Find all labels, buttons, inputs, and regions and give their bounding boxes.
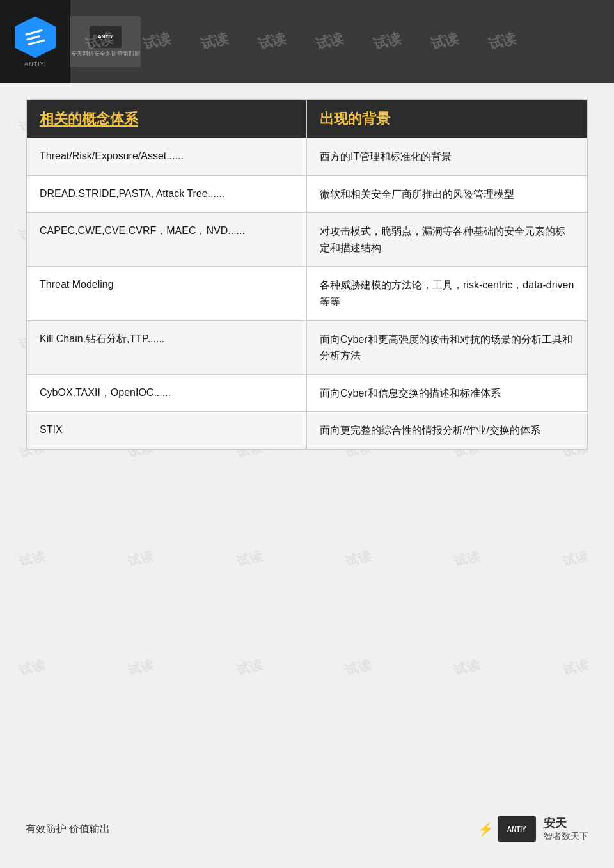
td-right-5: 面向Cyber和信息交换的描述和标准体系 (307, 375, 587, 412)
footer-right: ⚡ ANTIY | 安天 智者数天下 (478, 816, 588, 842)
td-right-4: 面向Cyber和更高强度的攻击和对抗的场景的分析工具和分析方法 (307, 321, 587, 374)
td-left-0: Threat/Risk/Exposure/Asset...... (27, 138, 307, 175)
footer-brand-sub: 智者数天下 (544, 831, 588, 842)
td-left-5: CybOX,TAXII，OpenIOC...... (27, 375, 307, 412)
td-left-4: Kill Chain,钻石分析,TTP...... (27, 321, 307, 374)
logo-line-3 (28, 39, 45, 45)
table-row: Kill Chain,钻石分析,TTP......面向Cyber和更高强度的攻击… (27, 320, 587, 374)
body-watermark-item: 试读 (17, 656, 47, 679)
header-watermark-item: 试读 (83, 29, 115, 54)
header-watermark-item: 试读 (141, 29, 173, 54)
td-left-1: DREAD,STRIDE,PASTA, Attack Tree...... (27, 176, 307, 213)
logo-lines (25, 29, 45, 45)
col-left-header: 相关的概念体系 (27, 100, 307, 138)
lightning-icon: ⚡ (478, 821, 494, 837)
table-row: DREAD,STRIDE,PASTA, Attack Tree......微软和… (27, 175, 587, 213)
body-watermark-item: 试读 (235, 656, 264, 679)
td-right-3: 各种威胁建模的方法论，工具，risk-centric，data-driven等等 (307, 267, 587, 320)
header: ANTIY. 试读试读试读试读试读试读试读试读 ANTIY 安天网络安全冬训营第… (0, 0, 614, 83)
header-watermark-item: 试读 (486, 29, 518, 54)
td-right-1: 微软和相关安全厂商所推出的风险管理模型 (307, 176, 587, 213)
footer: 有效防护 价值输出 ⚡ ANTIY | 安天 智者数天下 (26, 816, 588, 842)
body-watermark-item: 试读 (343, 656, 373, 679)
header-watermark-item: 试读 (371, 29, 403, 54)
header-watermarks: 试读试读试读试读试读试读试读试读 (70, 0, 531, 83)
logo-line-2 (26, 35, 40, 40)
header-watermark-item: 试读 (313, 29, 345, 54)
logo-area: ANTIY. (0, 0, 70, 83)
header-watermark-item: 试读 (429, 29, 460, 54)
body-watermark-item: 试读 (235, 547, 264, 570)
table-row: Threat/Risk/Exposure/Asset......西方的IT管理和… (27, 138, 587, 175)
body-watermark-item: 试读 (452, 656, 482, 679)
td-left-2: CAPEC,CWE,CVE,CVRF，MAEC，NVD...... (27, 213, 307, 266)
footer-brand-main: 安天 (544, 816, 567, 831)
table-body: Threat/Risk/Exposure/Asset......西方的IT管理和… (27, 138, 587, 449)
body-watermark-item: 试读 (561, 547, 590, 570)
body-watermark-item: 试读 (126, 656, 155, 679)
footer-logo: ANTIY (498, 816, 536, 842)
header-watermark-item: 试读 (256, 29, 288, 54)
main-content: 相关的概念体系 出现的背景 Threat/Risk/Exposure/Asset… (26, 99, 588, 450)
footer-logo-label: ANTIY (507, 826, 526, 833)
td-right-2: 对攻击模式，脆弱点，漏洞等各种基础的安全元素的标定和描述结构 (307, 213, 587, 266)
body-watermark-item: 试读 (561, 656, 590, 679)
td-left-6: STIX (27, 412, 307, 449)
logo-text: ANTIY. (24, 61, 46, 67)
table-row: CAPEC,CWE,CVE,CVRF，MAEC，NVD......对攻击模式，脆… (27, 212, 587, 266)
footer-brand: 安天 智者数天下 (544, 816, 588, 842)
body-watermark-item: 试读 (452, 547, 482, 570)
data-table: 相关的概念体系 出现的背景 Threat/Risk/Exposure/Asset… (26, 99, 588, 450)
logo-hexagon (15, 17, 56, 58)
body-watermark-item: 试读 (17, 547, 47, 570)
table-row: CybOX,TAXII，OpenIOC......面向Cyber和信息交换的描述… (27, 374, 587, 412)
td-right-6: 面向更完整的综合性的情报分析/作业/交换的体系 (307, 412, 587, 449)
table-row: Threat Modeling各种威胁建模的方法论，工具，risk-centri… (27, 266, 587, 320)
table-header: 相关的概念体系 出现的背景 (27, 100, 587, 138)
td-left-3: Threat Modeling (27, 267, 307, 320)
col-right-header: 出现的背景 (307, 100, 587, 138)
td-right-0: 西方的IT管理和标准化的背景 (307, 138, 587, 175)
body-watermark-item: 试读 (343, 547, 373, 570)
table-row: STIX面向更完整的综合性的情报分析/作业/交换的体系 (27, 411, 587, 449)
logo-line-1 (25, 29, 43, 35)
footer-left-text: 有效防护 价值输出 (26, 823, 110, 836)
body-watermark-item: 试读 (126, 547, 155, 570)
header-watermark-item: 试读 (198, 29, 230, 54)
